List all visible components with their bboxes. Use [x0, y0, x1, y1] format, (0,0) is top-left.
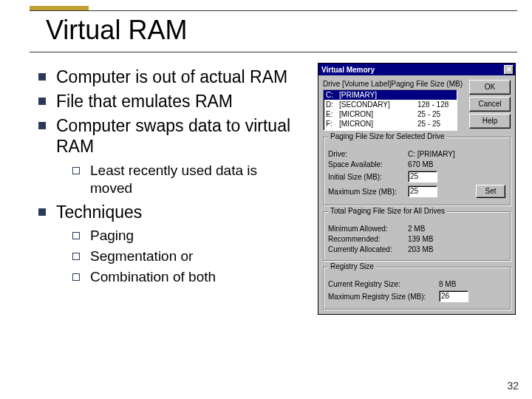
bullet-4-sub-2: Segmentation or	[56, 248, 301, 265]
group-legend: Registry Size	[328, 262, 376, 270]
list-item[interactable]: C: [PRIMARY]	[324, 90, 457, 100]
virtual-memory-dialog: Virtual Memory ✕ OK Cancel Help Drive [V…	[318, 63, 516, 315]
group-registry: Registry Size Current Registry Size:8 MB…	[323, 267, 511, 310]
drive-size: 128 - 128	[417, 100, 454, 109]
dialog-titlebar[interactable]: Virtual Memory ✕	[318, 64, 515, 75]
group-legend: Total Paging File Size for All Drives	[328, 207, 447, 215]
drive-header-label: Drive [Volume Label]	[323, 80, 391, 88]
help-button[interactable]: Help	[469, 114, 511, 129]
drive-size: 25 - 25	[417, 119, 454, 129]
max-size-input[interactable]: 25	[408, 185, 437, 197]
bullet-4-text: Techniques	[56, 202, 142, 222]
slide-content: Computer is out of actual RAM File that …	[35, 66, 301, 290]
bullet-3: Computer swaps data to virtual RAM Least…	[35, 115, 301, 197]
drive-letter: C:	[326, 90, 339, 100]
drive-letter: F:	[326, 119, 339, 129]
max-registry-label: Maximum Registry Size (MB):	[328, 293, 439, 301]
bullet-3-text: Computer swaps data to virtual RAM	[56, 116, 290, 157]
recommended-value: 139 MB	[408, 235, 433, 243]
drive-volume: [MICRON]	[339, 119, 417, 129]
drive-listbox[interactable]: C: [PRIMARY] D: [SECONDARY] 128 - 128 E:…	[323, 89, 457, 131]
bullet-4: Techniques Paging Segmentation or Combin…	[35, 202, 301, 286]
max-size-label: Maximum Size (MB):	[328, 188, 408, 196]
dialog-title: Virtual Memory	[321, 66, 375, 74]
list-item[interactable]: E: [MICRON] 25 - 25	[324, 109, 457, 119]
bullet-4-sub-3: Combination of both	[56, 268, 301, 286]
drive-volume: [MICRON]	[339, 109, 417, 119]
current-registry-label: Current Registry Size:	[328, 280, 439, 288]
group-legend: Paging File Size for Selected Drive	[328, 132, 447, 140]
slide-title: Virtual RAM	[46, 15, 187, 46]
list-item[interactable]: G: [ZIP-100]	[324, 129, 457, 131]
drive-size	[417, 129, 454, 131]
drive-letter: G:	[326, 129, 339, 131]
current-registry-value: 8 MB	[439, 280, 456, 288]
drive-size	[417, 90, 454, 100]
close-icon[interactable]: ✕	[504, 65, 514, 75]
group-total: Total Paging File Size for All Drives Mi…	[323, 211, 511, 261]
drive-letter: D:	[326, 100, 339, 109]
cancel-button[interactable]: Cancel	[469, 97, 511, 112]
title-underline	[30, 52, 517, 52]
title-top-rule	[30, 10, 517, 11]
bullet-2: File that emulates RAM	[35, 91, 301, 112]
bullet-3-sub-1: Least recently used data is moved	[56, 162, 301, 197]
page-number: 32	[507, 380, 519, 392]
min-allowed-label: Minimum Allowed:	[328, 225, 408, 233]
list-item[interactable]: F: [MICRON] 25 - 25	[324, 119, 457, 129]
max-registry-input[interactable]: 26	[439, 290, 468, 302]
drive-volume: [ZIP-100]	[339, 129, 417, 131]
drive-volume: [SECONDARY]	[339, 100, 417, 109]
currently-allocated-value: 203 MB	[408, 245, 433, 253]
initial-size-label: Initial Size (MB):	[328, 173, 408, 181]
drive-size: 25 - 25	[417, 109, 454, 119]
min-allowed-value: 2 MB	[408, 225, 425, 233]
set-button[interactable]: Set	[476, 185, 505, 198]
group-selected-drive: Paging File Size for Selected Drive Driv…	[323, 137, 511, 205]
bullet-1: Computer is out of actual RAM	[35, 66, 301, 88]
drive-volume: [PRIMARY]	[339, 90, 417, 100]
bullet-4-sub-1: Paging	[56, 227, 301, 245]
drive-label: Drive:	[328, 150, 408, 158]
list-item[interactable]: D: [SECONDARY] 128 - 128	[324, 100, 457, 109]
space-value: 670 MB	[408, 160, 433, 168]
recommended-label: Recommended:	[328, 235, 408, 243]
space-label: Space Available:	[328, 160, 408, 168]
drive-letter: E:	[326, 109, 339, 119]
drive-value: C: [PRIMARY]	[408, 150, 455, 158]
paging-header-label: Paging File Size (MB)	[391, 80, 463, 88]
initial-size-input[interactable]: 25	[408, 171, 437, 183]
ok-button[interactable]: OK	[469, 80, 511, 95]
close-glyph: ✕	[506, 66, 512, 73]
currently-allocated-label: Currently Allocated:	[328, 245, 408, 253]
